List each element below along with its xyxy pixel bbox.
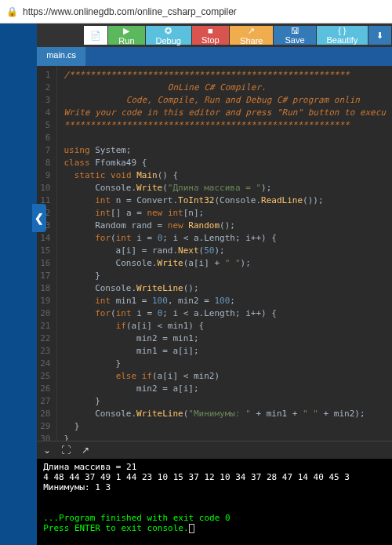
url-input[interactable] bbox=[23, 6, 386, 17]
download-button[interactable]: ⬇ bbox=[368, 26, 391, 45]
toolbar: 📄 ▶ Run ✪ Debug ■ Stop ↗ Share 🖫 Save { … bbox=[37, 24, 392, 47]
save-button[interactable]: 🖫 Save bbox=[274, 26, 315, 45]
tab-bar: main.cs bbox=[37, 47, 392, 66]
run-button[interactable]: ▶ Run bbox=[108, 26, 145, 45]
fullscreen-icon[interactable]: ⛶ bbox=[61, 445, 71, 456]
sidebar: ❮ bbox=[0, 24, 37, 545]
tab-main[interactable]: main.cs bbox=[37, 47, 86, 66]
url-bar: 🔒 bbox=[0, 0, 392, 24]
new-file-button[interactable]: 📄 bbox=[84, 26, 107, 45]
debug-button[interactable]: ✪ Debug bbox=[146, 26, 191, 45]
console-output[interactable]: Длина массива = 214 48 44 37 49 1 44 23 … bbox=[37, 459, 392, 545]
gutter: 1234567891011121314151617181920212223242… bbox=[37, 66, 57, 441]
console-controls: ⌄ ⛶ ↗ bbox=[37, 441, 392, 459]
lock-icon: 🔒 bbox=[6, 6, 18, 17]
code-editor[interactable]: 1234567891011121314151617181920212223242… bbox=[37, 66, 392, 441]
sidebar-toggle[interactable]: ❮ bbox=[32, 204, 46, 232]
beautify-button[interactable]: { } Beautify bbox=[317, 26, 368, 45]
popout-icon[interactable]: ↗ bbox=[82, 445, 89, 456]
expand-icon[interactable]: ⌄ bbox=[43, 445, 51, 456]
share-button[interactable]: ↗ Share bbox=[230, 26, 273, 45]
stop-button[interactable]: ■ Stop bbox=[192, 26, 230, 45]
code-area[interactable]: /***************************************… bbox=[57, 66, 392, 441]
